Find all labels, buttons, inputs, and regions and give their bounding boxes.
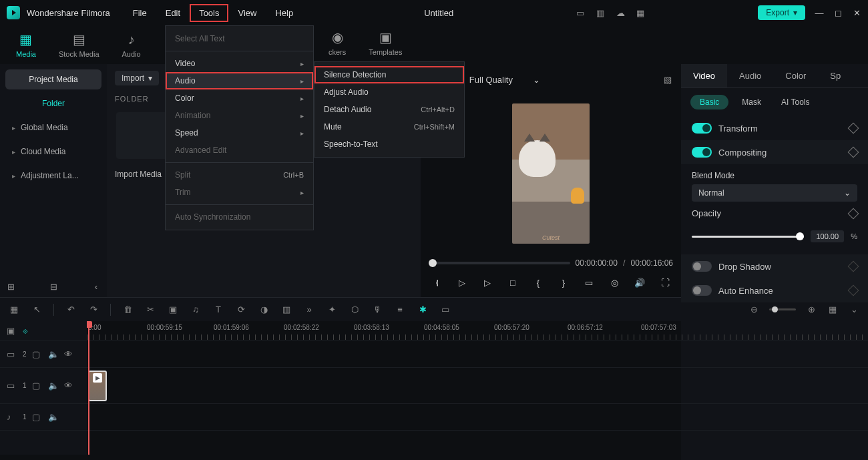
undo-icon[interactable]: ↶ [65,304,77,316]
blend-mode-select[interactable]: Normal⌄ [692,184,857,202]
delete-icon[interactable]: 🗑 [122,304,134,316]
subtab-basic[interactable]: Basic [690,95,728,109]
lock-icon[interactable]: ▢ [32,381,43,391]
sidebar-item-adjustment-layer[interactable]: Adjustment La... [5,166,101,186]
prev-frame-button[interactable]: ⦉ [430,276,443,289]
timeline-lock-icon[interactable]: ▣ [7,326,17,336]
opacity-slider[interactable] [692,236,804,238]
device-icon[interactable]: ▭ [575,7,586,18]
menu-edit[interactable]: Edit [156,4,190,22]
zoom-in-icon[interactable]: ⊕ [805,304,817,316]
video-clip[interactable] [88,371,107,401]
dd-trim[interactable]: Trim▸ [166,184,313,201]
crop-icon[interactable]: ▣ [167,304,179,316]
scrub-bar[interactable] [429,262,570,264]
play-button[interactable]: ▷ [481,276,494,289]
dd-speech-to-text[interactable]: Speech-to-Text [314,136,464,153]
tab-media[interactable]: ▦Media [7,29,45,61]
dd-mute[interactable]: MuteCtrl+Shift+M [314,118,464,136]
export-button[interactable]: Export▾ [758,5,805,20]
tab-stickers[interactable]: ◉ckers [319,27,355,59]
dd-audio[interactable]: Audio▸ [166,72,313,89]
keyframe-icon[interactable] [848,123,859,134]
dd-split[interactable]: SplitCtrl+B [166,166,313,184]
dd-advanced-edit[interactable]: Advanced Edit [166,142,313,159]
camera-icon[interactable]: ◎ [608,276,621,289]
text-icon[interactable]: T [212,304,224,316]
dd-adjust-audio[interactable]: Adjust Audio [314,83,464,101]
redo-icon[interactable]: ↷ [87,304,99,316]
color-icon[interactable]: ◑ [258,304,270,316]
menu-file[interactable]: File [124,4,156,22]
drop-shadow-toggle[interactable] [692,261,712,272]
mute-icon[interactable]: 🔈 [48,381,59,391]
dd-auto-sync[interactable]: Auto Synchronization [166,208,313,226]
display-icon[interactable]: ▭ [582,276,596,289]
opacity-value[interactable]: 100.00 [811,230,844,242]
mark-out-button[interactable]: } [557,276,570,289]
mute-icon[interactable]: 🔈 [48,412,59,423]
transform-toggle[interactable] [692,123,712,134]
sidebar-item-global-media[interactable]: Global Media [5,118,101,138]
dd-detach-audio[interactable]: Detach AudioCtrl+Alt+D [314,101,464,118]
apps-icon[interactable]: ▦ [635,7,646,18]
folder-label[interactable]: Folder [5,93,101,113]
mic-icon[interactable]: 🎙 [371,304,383,316]
step-back-button[interactable]: ▷ [455,276,469,289]
video-preview[interactable]: Cutest [512,103,590,244]
track-audio1[interactable] [87,404,868,431]
link-icon[interactable]: ⟐ [23,326,33,336]
keyframe-icon[interactable] [848,261,859,272]
speed-icon[interactable]: ⟳ [235,304,247,316]
rtab-color[interactable]: Color [773,64,818,87]
track-video1[interactable] [87,368,868,404]
more-icon[interactable]: » [303,304,315,316]
ai-icon[interactable]: ✱ [417,304,429,316]
eye-icon[interactable]: 👁 [64,381,75,391]
dd-select-all-text[interactable]: Select All Text [166,30,313,47]
playhead[interactable] [88,321,89,455]
sidebar-item-cloud-media[interactable]: Cloud Media [5,142,101,162]
minimize-icon[interactable]: — [815,8,824,17]
track-head-video1[interactable]: ▭1 ▢ 🔈 👁 [0,368,87,404]
timeline-ruler[interactable]: 0:00 00:00:59:15 00:01:59:06 00:02:58:22… [87,321,868,341]
dd-speed[interactable]: Speed▸ [166,124,313,142]
zoom-out-icon[interactable]: ⊖ [748,304,760,316]
rtab-sp[interactable]: Sp [818,64,853,87]
import-button[interactable]: Import▾ [115,71,159,85]
keyframe-icon[interactable] [848,285,859,296]
frame-icon[interactable]: ▭ [439,304,451,316]
fullscreen-icon[interactable]: ⛶ [658,276,672,289]
quality-select[interactable]: Full Quality⌄ [463,72,547,87]
equalizer-icon[interactable]: ≡ [394,304,406,316]
effects-icon[interactable]: ▥ [280,304,292,316]
auto-enhance-toggle[interactable] [692,285,712,296]
folder-alt-icon[interactable]: ⊟ [48,281,59,292]
lock-icon[interactable]: ▢ [32,412,43,423]
keyframe-icon[interactable] [848,147,859,158]
stop-button[interactable]: □ [506,276,519,289]
track-head-video2[interactable]: ▭2 ▢ 🔈 👁 [0,341,87,368]
project-media-button[interactable]: Project Media [5,69,101,89]
lock-icon[interactable]: ▢ [32,349,43,360]
view-menu-icon[interactable]: ⌄ [848,304,860,316]
music-icon[interactable]: ♫ [190,304,202,316]
cloud-icon[interactable]: ☁ [615,7,626,18]
grid-icon[interactable]: ▦ [8,304,20,316]
close-icon[interactable]: ✕ [852,8,861,17]
compositing-toggle[interactable] [692,147,712,158]
pointer-icon[interactable]: ↖ [31,304,43,316]
dd-animation[interactable]: Animation▸ [166,107,313,124]
save-icon[interactable]: ▥ [595,7,606,18]
mute-icon[interactable]: 🔈 [48,349,59,360]
tab-audio[interactable]: ♪Audio [113,29,150,61]
rtab-video[interactable]: Video [681,64,727,87]
dd-video[interactable]: Video▸ [166,55,313,72]
shield-icon[interactable]: ⬡ [349,304,361,316]
menu-view[interactable]: View [228,4,266,22]
snapshot-icon[interactable]: ▧ [662,75,673,85]
keyframe-icon[interactable] [848,208,859,219]
subtab-mask[interactable]: Mask [735,95,768,109]
menu-tools[interactable]: Tools [190,4,228,22]
collapse-panel-icon[interactable]: ‹ [91,281,101,292]
